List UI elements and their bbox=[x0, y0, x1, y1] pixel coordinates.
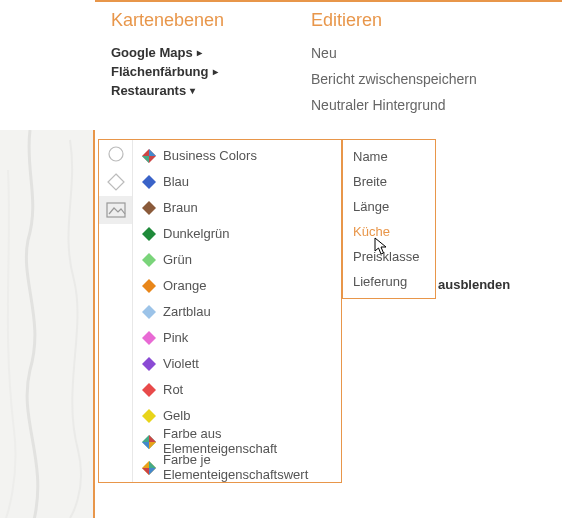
attribute-option[interactable]: Preisklasse bbox=[343, 244, 435, 269]
color-option-label: Grün bbox=[163, 252, 192, 267]
svg-marker-9 bbox=[142, 253, 156, 267]
color-list: Business ColorsBlauBraunDunkelgrünGrünOr… bbox=[133, 140, 341, 482]
svg-point-0 bbox=[109, 147, 123, 161]
svg-marker-6 bbox=[142, 175, 156, 189]
svg-marker-12 bbox=[142, 331, 156, 345]
chevron-icon: ▾ bbox=[190, 85, 195, 96]
layers-section-title: Kartenebenen bbox=[111, 10, 271, 31]
svg-marker-22 bbox=[149, 468, 156, 475]
svg-marker-23 bbox=[142, 468, 149, 475]
attribute-option[interactable]: Name bbox=[343, 144, 435, 169]
color-option[interactable]: Farbe je Elementeigenschaftswert bbox=[133, 454, 341, 480]
diamond-swatch-icon bbox=[141, 252, 155, 266]
svg-marker-18 bbox=[149, 442, 156, 449]
color-option-label: Braun bbox=[163, 200, 198, 215]
color-option[interactable]: Zartblau bbox=[133, 298, 341, 324]
edit-menu-item[interactable]: Bericht zwischenspeichern bbox=[311, 71, 477, 87]
diamond-swatch-icon bbox=[141, 148, 155, 162]
color-option[interactable]: Violett bbox=[133, 350, 341, 376]
diamond-swatch-icon bbox=[141, 226, 155, 240]
color-option-label: Business Colors bbox=[163, 148, 257, 163]
nav-item-label: Flächenfärbung bbox=[111, 64, 209, 79]
svg-marker-5 bbox=[142, 156, 149, 163]
map-background bbox=[0, 130, 95, 518]
attribute-option[interactable]: Länge bbox=[343, 194, 435, 219]
color-option-label: Gelb bbox=[163, 408, 190, 423]
diamond-swatch-icon bbox=[141, 356, 155, 370]
svg-marker-19 bbox=[142, 442, 149, 449]
svg-marker-21 bbox=[149, 461, 156, 468]
attribute-option[interactable]: Küche bbox=[343, 219, 435, 244]
nav-item-label: Restaurants bbox=[111, 83, 186, 98]
edit-section-title: Editieren bbox=[311, 10, 477, 31]
edit-menu-item[interactable]: Neutraler Hintergrund bbox=[311, 97, 477, 113]
attribute-flyout: NameBreiteLängeKüchePreisklasseLieferung bbox=[342, 139, 436, 299]
svg-marker-10 bbox=[142, 279, 156, 293]
nav-item[interactable]: Flächenfärbung▸ bbox=[111, 64, 271, 79]
display-mode-diamond[interactable] bbox=[99, 168, 132, 196]
svg-marker-17 bbox=[149, 435, 156, 442]
color-flyout: Business ColorsBlauBraunDunkelgrünGrünOr… bbox=[98, 139, 342, 483]
color-option[interactable]: Gelb bbox=[133, 402, 341, 428]
truncated-label-ausblenden: ausblenden bbox=[438, 277, 510, 292]
color-option[interactable]: Braun bbox=[133, 194, 341, 220]
diamond-swatch-icon bbox=[141, 330, 155, 344]
color-option-label: Farbe je Elementeigenschaftswert bbox=[163, 452, 333, 482]
diamond-swatch-icon bbox=[141, 434, 155, 448]
color-option-label: Orange bbox=[163, 278, 206, 293]
color-option[interactable]: Rot bbox=[133, 376, 341, 402]
color-option[interactable]: Dunkelgrün bbox=[133, 220, 341, 246]
color-option-label: Zartblau bbox=[163, 304, 211, 319]
display-mode-circle[interactable] bbox=[99, 140, 132, 168]
svg-marker-11 bbox=[142, 305, 156, 319]
attribute-option[interactable]: Lieferung bbox=[343, 269, 435, 294]
color-option[interactable]: Grün bbox=[133, 246, 341, 272]
edit-menu-item[interactable]: Neu bbox=[311, 45, 477, 61]
nav-item[interactable]: Google Maps▸ bbox=[111, 45, 271, 60]
nav-item[interactable]: Restaurants▾ bbox=[111, 83, 271, 98]
diamond-swatch-icon bbox=[141, 382, 155, 396]
color-option[interactable]: Business Colors bbox=[133, 142, 341, 168]
svg-marker-7 bbox=[142, 201, 156, 215]
nav-item-label: Google Maps bbox=[111, 45, 193, 60]
chevron-icon: ▸ bbox=[197, 47, 202, 58]
display-mode-strip bbox=[99, 140, 133, 482]
color-option-label: Violett bbox=[163, 356, 199, 371]
color-option[interactable]: Farbe aus Elementeigenschaft bbox=[133, 428, 341, 454]
color-option-label: Rot bbox=[163, 382, 183, 397]
display-mode-image[interactable] bbox=[99, 196, 132, 224]
diamond-swatch-icon bbox=[141, 304, 155, 318]
svg-marker-4 bbox=[149, 149, 156, 156]
svg-marker-14 bbox=[142, 383, 156, 397]
diamond-swatch-icon bbox=[141, 408, 155, 422]
color-option-label: Pink bbox=[163, 330, 188, 345]
svg-marker-15 bbox=[142, 409, 156, 423]
attribute-option[interactable]: Breite bbox=[343, 169, 435, 194]
diamond-swatch-icon bbox=[141, 460, 155, 474]
color-option-label: Blau bbox=[163, 174, 189, 189]
diamond-swatch-icon bbox=[141, 278, 155, 292]
color-option[interactable]: Orange bbox=[133, 272, 341, 298]
diamond-swatch-icon bbox=[141, 174, 155, 188]
side-panel: Kartenebenen Google Maps▸Flächenfärbung▸… bbox=[95, 0, 562, 123]
chevron-icon: ▸ bbox=[213, 66, 218, 77]
color-option-label: Dunkelgrün bbox=[163, 226, 230, 241]
svg-marker-1 bbox=[108, 174, 124, 190]
diamond-swatch-icon bbox=[141, 200, 155, 214]
color-option[interactable]: Pink bbox=[133, 324, 341, 350]
svg-marker-13 bbox=[142, 357, 156, 371]
svg-marker-8 bbox=[142, 227, 156, 241]
color-option[interactable]: Blau bbox=[133, 168, 341, 194]
